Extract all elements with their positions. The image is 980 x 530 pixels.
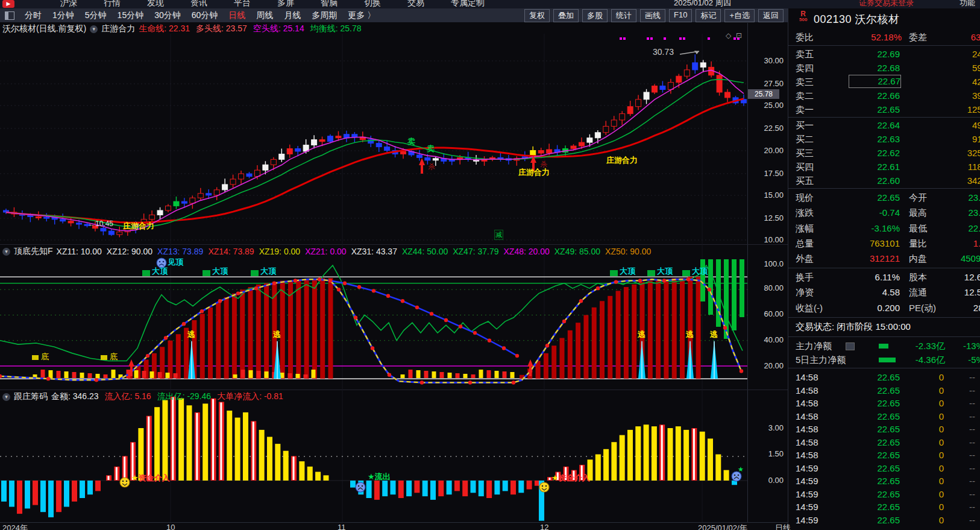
y-axis-label: 27.50: [750, 79, 784, 88]
stat-value: 4.58: [837, 285, 900, 299]
candlestick: [571, 146, 576, 148]
reduce-mark: 减: [494, 230, 503, 240]
flow-bar: [422, 481, 428, 496]
chevron-down-icon[interactable]: ▾: [2, 248, 10, 256]
zhuli-label: 主力净额: [796, 339, 832, 353]
x-axis-strip: [0, 522, 788, 530]
y-axis-label: 100.0: [750, 259, 784, 268]
indicator-field: XZ49: 85.00: [554, 247, 600, 256]
bid-row[interactable]: 买二22.63910: [788, 132, 980, 146]
flow-bar: [323, 475, 328, 481]
candlestick: [693, 63, 698, 70]
x-axis-label: 2024年: [2, 523, 28, 530]
bid-row[interactable]: 买三22.623258: [788, 146, 980, 160]
chevron-down-icon[interactable]: ▾: [2, 393, 10, 401]
mini-bar: [249, 370, 253, 378]
bid-row[interactable]: 买五22.603429: [788, 174, 980, 188]
tick-flag: --: [951, 435, 975, 449]
trade-status: 交易状态: 闭市阶段 15:00:00: [796, 320, 911, 333]
stat-label: 收益(-): [796, 301, 823, 315]
flow-bar: [494, 481, 500, 494]
flow-bar: [724, 470, 729, 481]
flow-bar-core: [253, 421, 254, 480]
candlestick: [336, 136, 341, 138]
candlestick: [416, 155, 422, 157]
mini-bar: [150, 371, 154, 378]
mini-bar: [64, 371, 69, 378]
flow-bar: [708, 438, 713, 481]
arc-red-dot: [415, 306, 419, 309]
flow-bar: [203, 403, 208, 481]
flow-bar: [454, 481, 460, 491]
bid-volume: 490: [927, 118, 980, 132]
stat-label: 涨跌: [796, 206, 814, 219]
snake-red-dot: [614, 280, 618, 283]
arc-red-dot: [372, 289, 375, 292]
snake-red-dot: [164, 336, 168, 339]
mid-histogram-bar: [632, 285, 636, 379]
candlestick: [247, 174, 252, 176]
chevron-down-icon[interactable]: ▾: [90, 25, 98, 33]
candlestick: [579, 142, 584, 146]
top-marker-box: [647, 270, 655, 276]
arc-red-dot: [343, 281, 347, 285]
tick-time: 14:59: [796, 513, 818, 527]
arc-red-dot: [502, 346, 506, 350]
ask-row[interactable]: 卖二22.66398: [788, 89, 980, 103]
panel-separator: [0, 244, 788, 245]
mid-histogram-bar: [583, 315, 588, 379]
candlestick: [263, 165, 268, 170]
mid-histogram-bar: [312, 279, 317, 379]
signal-dot: [683, 37, 685, 40]
y-axis-label: 60.00: [750, 309, 784, 318]
mini-bar: [96, 374, 100, 378]
candlestick: [611, 120, 617, 126]
bid-row[interactable]: 买一22.64490: [788, 118, 980, 132]
list-icon[interactable]: [846, 342, 855, 350]
indicator-field: 金额: 346.23: [51, 391, 99, 402]
candlestick: [401, 151, 406, 154]
candlestick: [603, 126, 609, 132]
flow-bar: [462, 481, 468, 496]
tick-volume: 0: [909, 409, 944, 423]
flow-bar: [87, 481, 93, 494]
tick-price: 22.65: [849, 396, 900, 410]
mid-histogram-bar: [208, 308, 213, 379]
ask-row[interactable]: 卖一22.651253: [788, 103, 980, 116]
tick-flag: --: [951, 448, 975, 462]
ask-label: 卖四: [796, 61, 814, 75]
snake-red-dot: [272, 281, 276, 285]
mid-histogram-bar: [328, 278, 333, 379]
candlestick: [295, 149, 301, 151]
flow-bar: [267, 437, 272, 481]
tick-flag: --: [951, 513, 975, 527]
ask-row[interactable]: 卖四22.68591: [788, 61, 980, 75]
mini-bar: [112, 370, 116, 378]
flow-bar: [80, 481, 85, 498]
flow-bar: [406, 481, 412, 496]
top-warn-label: 见顶: [168, 257, 183, 268]
snake-red-dot: [371, 346, 374, 350]
mini-bar: [142, 371, 146, 378]
ask-row[interactable]: 卖五22.69248: [788, 47, 980, 61]
bid-row[interactable]: 买四22.611183: [788, 160, 980, 174]
mid-histogram-bar: [672, 278, 677, 379]
candlestick: [700, 63, 706, 67]
tick-row: 14:5822.650--: [788, 396, 980, 409]
flow-bar: [486, 481, 492, 498]
tick-row: 14:5922.650--: [788, 513, 980, 526]
snake-red-dot: [512, 380, 515, 384]
mid-histogram-bar: [648, 280, 653, 379]
indicator-field: 生命线: 22.31: [139, 24, 190, 34]
zhuang-signal-label: 庄游合力: [606, 155, 638, 166]
ask-row[interactable]: 卖三22.67423: [788, 75, 980, 89]
tick-flag: --: [951, 370, 975, 384]
flow-bar: [652, 426, 657, 481]
trading-terminal: ▶ 沪深行情发现资讯平台多屏智脑切换交易专属定制 2025/01/02 周四 证…: [0, 0, 980, 530]
signal-dot: [650, 37, 653, 40]
flow-bar: [48, 481, 54, 517]
tick-time: 14:58: [796, 396, 818, 410]
ask-price: 22.66: [849, 89, 900, 103]
ask-label: 卖二: [796, 89, 814, 103]
y-axis-label: 10.00: [750, 235, 784, 244]
